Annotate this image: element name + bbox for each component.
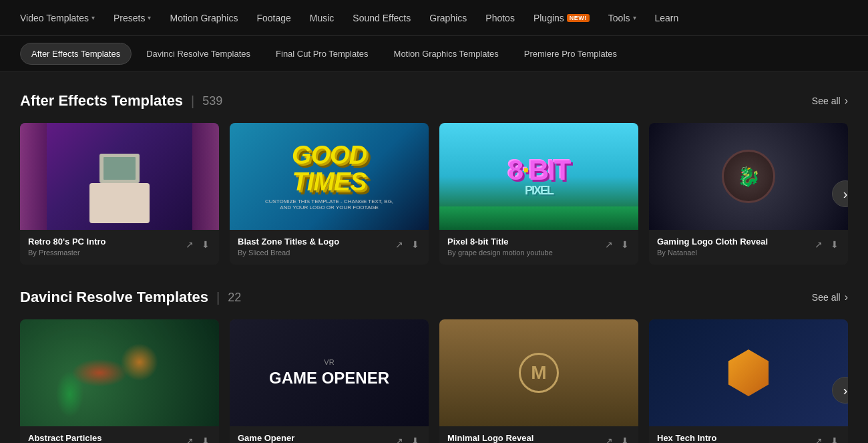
nav-learn-label: Learn [655,13,679,23]
card-davinci-3-download-button[interactable]: ⬇ [620,434,630,443]
card-davinci-1-text: Abstract Particles By Creator Studio [28,433,184,443]
card-davinci-4-share-button[interactable]: ↗ [813,434,824,443]
nav-plugins[interactable]: Plugins NEW! [533,13,590,23]
card-pixel-8bit[interactable]: 8·BitPIXEL Pixel 8-bit Title By grape de… [439,123,638,265]
nav-learn[interactable]: Learn [655,13,679,23]
pill-davinci-resolve[interactable]: Davinci Resolve Templates [136,43,261,64]
pill-motion-graphics[interactable]: Motion Graphics Templates [383,43,509,64]
davinci-resolve-grid-wrapper: Abstract Particles By Creator Studio ↗ ⬇… [20,319,848,443]
card-blast-zone[interactable]: GOODTIMES CUSTOMIZE THIS TEMPLATE - CHAN… [230,123,429,265]
card-pixel-8bit-info: Pixel 8-bit Title By grape design motion… [439,230,638,265]
card-davinci-4-thumbnail [649,319,848,426]
nav-graphics[interactable]: Graphics [429,13,467,23]
card-davinci-2-title: Game Opener [238,433,394,443]
nav-tools-label: Tools [608,13,630,23]
card-davinci-2-text: Game Opener By GameFX [238,433,394,443]
retro-screen [103,157,136,180]
nav-video-templates-label: Video Templates [20,13,89,23]
nav-music[interactable]: Music [310,13,335,23]
after-effects-card-grid: Retro 80's PC Intro By Pressmaster ↗ ⬇ G… [20,123,848,265]
pill-final-cut-pro[interactable]: Final Cut Pro Templates [265,43,379,64]
card-davinci-4-info: Hex Tech Intro By TechVis ↗ ⬇ [649,426,848,443]
sub-nav: After Effects Templates Davinci Resolve … [0,36,868,72]
after-effects-see-all[interactable]: See all › [812,95,848,107]
davinci-resolve-see-all[interactable]: See all › [812,291,848,303]
card-blast-zone-thumbnail: GOODTIMES CUSTOMIZE THIS TEMPLATE - CHAN… [230,123,429,230]
davinci-resolve-section: Davinci Resolve Templates | 22 See all › [20,289,848,443]
card-davinci-3[interactable]: M Minimal Logo Reveal By MotionM ↗ ⬇ [439,319,638,443]
card-retro-80s-title: Retro 80's PC Intro [28,237,184,247]
pixel-trees [439,206,638,230]
nav-tools[interactable]: Tools ▾ [608,13,636,23]
curtain-left [20,123,47,230]
card-gaming-logo-info: Gaming Logo Cloth Reveal By Natanael ↗ ⬇ [649,230,848,265]
card-gaming-logo-share-button[interactable]: ↗ [813,238,824,251]
card-gaming-logo-actions: ↗ ⬇ [813,238,840,251]
davinci3-m-circle: M [519,353,559,393]
card-retro-80s[interactable]: Retro 80's PC Intro By Pressmaster ↗ ⬇ [20,123,219,265]
carousel-next-icon: › [843,186,848,202]
card-blast-zone-title: Blast Zone Titles & Logo [238,237,394,247]
after-effects-title: After Effects Templates | 539 [20,92,222,110]
card-davinci-3-thumbnail: M [439,319,638,426]
nav-photos-label: Photos [485,13,515,23]
main-content: After Effects Templates | 539 See all › [0,72,868,443]
card-davinci-1-info: Abstract Particles By Creator Studio ↗ ⬇ [20,426,219,443]
card-davinci-4-actions: ↗ ⬇ [813,434,840,443]
blast-zone-subtext: CUSTOMIZE THIS TEMPLATE - CHANGE TEXT, B… [265,198,393,210]
card-davinci-2-thumbnail: VR GAME OPENER [230,319,429,426]
nav-footage[interactable]: Footage [256,13,290,23]
card-davinci-1[interactable]: Abstract Particles By Creator Studio ↗ ⬇ [20,319,219,443]
after-effects-grid-wrapper: Retro 80's PC Intro By Pressmaster ↗ ⬇ G… [20,123,848,265]
nav-photos[interactable]: Photos [485,13,515,23]
vr-label: VR [269,358,389,366]
card-davinci-1-thumbnail [20,319,219,426]
card-gaming-logo-download-button[interactable]: ⬇ [829,238,840,251]
card-pixel-8bit-download-button[interactable]: ⬇ [620,238,630,251]
card-davinci-1-actions: ↗ ⬇ [184,434,211,443]
card-davinci-1-download-button[interactable]: ⬇ [200,434,211,443]
card-pixel-8bit-actions: ↗ ⬇ [604,238,630,251]
davinci-splatter [20,319,219,426]
nav-sound-effects-label: Sound Effects [353,13,411,23]
card-retro-80s-share-button[interactable]: ↗ [184,238,195,251]
nav-video-templates[interactable]: Video Templates ▾ [20,13,95,23]
card-davinci-4[interactable]: Hex Tech Intro By TechVis ↗ ⬇ [649,319,848,443]
card-gaming-logo-title: Gaming Logo Cloth Reveal [657,237,813,247]
nav-motion-graphics[interactable]: Motion Graphics [170,13,238,23]
card-pixel-8bit-share-button[interactable]: ↗ [604,238,614,251]
card-gaming-logo-thumbnail: 🐉 [649,123,848,230]
card-gaming-logo[interactable]: 🐉 Gaming Logo Cloth Reveal By Natanael ↗… [649,123,848,265]
card-davinci-2-info: Game Opener By GameFX ↗ ⬇ [230,426,429,443]
card-davinci-2-download-button[interactable]: ⬇ [410,434,421,443]
retro-monitor [99,154,140,183]
nav-music-label: Music [310,13,335,23]
retro-desk [89,183,150,223]
card-davinci-4-download-button[interactable]: ⬇ [829,434,840,443]
card-davinci-3-actions: ↗ ⬇ [604,434,630,443]
gaming-circle: 🐉 [722,150,775,203]
card-davinci-2[interactable]: VR GAME OPENER Game Opener By GameFX ↗ ⬇ [230,319,429,443]
card-davinci-1-share-button[interactable]: ↗ [184,434,195,443]
pill-after-effects[interactable]: After Effects Templates [20,43,132,65]
nav-video-templates-chevron: ▾ [91,14,95,21]
davinci-carousel-next-icon: › [843,383,848,398]
gaming-dragon-icon: 🐉 [737,166,761,188]
card-pixel-8bit-thumbnail: 8·BitPIXEL [439,123,638,230]
card-davinci-3-share-button[interactable]: ↗ [604,434,614,443]
blast-text-container: GOODTIMES CUSTOMIZE THIS TEMPLATE - CHAN… [265,142,393,210]
card-retro-80s-thumbnail [20,123,219,230]
card-retro-80s-download-button[interactable]: ⬇ [200,238,211,251]
card-davinci-2-share-button[interactable]: ↗ [394,434,405,443]
main-nav: Video Templates ▾ Presets ▾ Motion Graph… [0,0,868,36]
card-davinci-2-actions: ↗ ⬇ [394,434,421,443]
nav-sound-effects[interactable]: Sound Effects [353,13,411,23]
pill-premiere-pro[interactable]: Premiere Pro Templates [513,43,628,64]
card-davinci-3-text: Minimal Logo Reveal By MotionM [447,433,604,443]
pixel-title-text: 8·BitPIXEL [508,156,570,196]
card-blast-zone-download-button[interactable]: ⬇ [410,238,421,251]
nav-presets[interactable]: Presets ▾ [114,13,151,23]
card-blast-zone-share-button[interactable]: ↗ [394,238,405,251]
card-pixel-8bit-title: Pixel 8-bit Title [447,237,604,247]
nav-footage-label: Footage [256,13,290,23]
